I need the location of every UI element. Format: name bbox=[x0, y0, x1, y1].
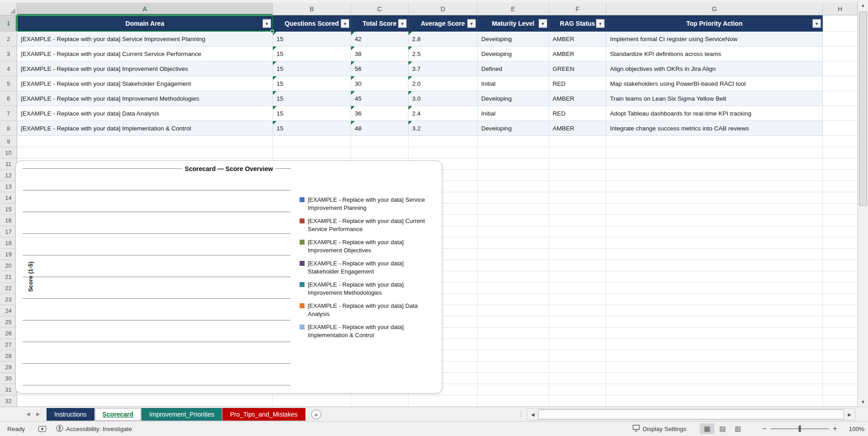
empty-cell[interactable] bbox=[17, 395, 273, 407]
row-header-29[interactable]: 29 bbox=[0, 362, 17, 373]
empty-cell[interactable] bbox=[823, 76, 858, 91]
empty-cell[interactable] bbox=[549, 271, 606, 283]
empty-cell[interactable] bbox=[478, 147, 549, 158]
cell-E6[interactable]: Developing bbox=[478, 91, 549, 106]
empty-cell[interactable] bbox=[606, 204, 823, 215]
macro-record-icon[interactable] bbox=[38, 426, 46, 432]
empty-cell[interactable] bbox=[478, 362, 549, 373]
row-header-3[interactable]: 3 bbox=[0, 46, 17, 61]
row-header-27[interactable]: 27 bbox=[0, 339, 17, 350]
cell-G8[interactable]: Integrate change success metrics into CA… bbox=[606, 121, 823, 136]
row-header-9[interactable]: 9 bbox=[0, 136, 17, 147]
empty-cell[interactable] bbox=[549, 192, 606, 204]
filter-dropdown-icon[interactable]: ▼ bbox=[341, 19, 349, 28]
scroll-left-icon[interactable]: ◀ bbox=[527, 412, 538, 417]
empty-cell[interactable] bbox=[606, 181, 823, 192]
empty-cell[interactable] bbox=[823, 316, 858, 328]
empty-cell[interactable] bbox=[549, 181, 606, 192]
row-header-1[interactable]: 1 bbox=[0, 15, 17, 32]
filter-dropdown-icon[interactable]: ▼ bbox=[539, 19, 547, 28]
row-header-14[interactable]: 14 bbox=[0, 192, 17, 204]
empty-cell[interactable] bbox=[823, 283, 858, 294]
row-header-15[interactable]: 15 bbox=[0, 204, 17, 215]
row-header-22[interactable]: 22 bbox=[0, 283, 17, 294]
table-header-average-score[interactable]: Average Score▼ bbox=[408, 15, 478, 32]
row-header-26[interactable]: 26 bbox=[0, 328, 17, 339]
scroll-right-icon[interactable]: ▶ bbox=[844, 412, 855, 417]
row-header-23[interactable]: 23 bbox=[0, 294, 17, 305]
empty-cell[interactable] bbox=[478, 271, 549, 283]
empty-cell[interactable] bbox=[549, 294, 606, 305]
empty-cell[interactable] bbox=[478, 350, 549, 362]
new-sheet-button[interactable]: + bbox=[311, 409, 321, 419]
empty-cell[interactable] bbox=[606, 283, 823, 294]
empty-cell[interactable] bbox=[549, 384, 606, 395]
empty-cell[interactable] bbox=[478, 181, 549, 192]
empty-cell[interactable] bbox=[549, 328, 606, 339]
horizontal-scrollbar[interactable]: ◀ ▶ bbox=[527, 408, 855, 420]
empty-cell[interactable] bbox=[823, 294, 858, 305]
empty-cell[interactable] bbox=[478, 204, 549, 215]
normal-view-icon[interactable]: ▦ bbox=[700, 423, 714, 434]
empty-cell[interactable] bbox=[606, 260, 823, 271]
cell-G6[interactable]: Train teams on Lean Six Sigma Yellow Bel… bbox=[606, 91, 823, 106]
empty-cell[interactable] bbox=[823, 170, 858, 181]
cell-A7[interactable]: [EXAMPLE - Replace with your data] Data … bbox=[17, 106, 273, 121]
embedded-chart[interactable]: Scorecard — Score Overview Score (1-5) [… bbox=[15, 160, 442, 394]
empty-cell[interactable] bbox=[823, 215, 858, 226]
tab-scroll-left-icon[interactable]: ◀ bbox=[26, 411, 30, 417]
filter-dropdown-icon[interactable]: ▼ bbox=[263, 19, 271, 28]
cell-B7[interactable]: 15 bbox=[273, 106, 351, 121]
empty-cell[interactable] bbox=[549, 158, 606, 170]
empty-cell[interactable] bbox=[549, 237, 606, 249]
table-header-total-score[interactable]: Total Score▼ bbox=[351, 15, 408, 32]
empty-cell[interactable] bbox=[478, 249, 549, 260]
scroll-down-icon[interactable]: ▼ bbox=[858, 397, 868, 407]
row-header-5[interactable]: 5 bbox=[0, 76, 17, 91]
page-break-view-icon[interactable]: ▥ bbox=[731, 423, 745, 434]
empty-cell[interactable] bbox=[823, 339, 858, 350]
cell-G5[interactable]: Map stakeholders using PowerBI-based RAC… bbox=[606, 76, 823, 91]
empty-cell[interactable] bbox=[606, 328, 823, 339]
column-header-F[interactable]: F bbox=[549, 3, 606, 15]
empty-cell[interactable] bbox=[408, 395, 478, 407]
cell-E8[interactable]: Developing bbox=[478, 121, 549, 136]
empty-cell[interactable] bbox=[823, 192, 858, 204]
empty-cell[interactable] bbox=[823, 32, 858, 46]
cell-G2[interactable]: Implement formal CI register using Servi… bbox=[606, 32, 823, 46]
empty-cell[interactable] bbox=[549, 170, 606, 181]
empty-cell[interactable] bbox=[606, 170, 823, 181]
vertical-scrollbar[interactable]: ▲ ▼ bbox=[858, 0, 868, 407]
empty-cell[interactable] bbox=[606, 158, 823, 170]
empty-cell[interactable] bbox=[478, 328, 549, 339]
zoom-slider[interactable] bbox=[770, 423, 829, 434]
cell-C5[interactable]: 30 bbox=[351, 76, 408, 91]
sheet-tab-instructions[interactable]: Instructions bbox=[47, 408, 94, 421]
empty-cell[interactable] bbox=[478, 395, 549, 407]
empty-cell[interactable] bbox=[823, 305, 858, 316]
empty-cell[interactable] bbox=[478, 339, 549, 350]
empty-cell[interactable] bbox=[478, 170, 549, 181]
empty-cell[interactable] bbox=[408, 147, 478, 158]
cell-F3[interactable]: AMBER bbox=[549, 46, 606, 61]
cell-C4[interactable]: 56 bbox=[351, 61, 408, 76]
empty-cell[interactable] bbox=[823, 61, 858, 76]
cell-F8[interactable]: AMBER bbox=[549, 121, 606, 136]
empty-cell[interactable] bbox=[478, 294, 549, 305]
column-header-C[interactable]: C bbox=[351, 3, 408, 15]
row-header-21[interactable]: 21 bbox=[0, 271, 17, 283]
empty-cell[interactable] bbox=[823, 350, 858, 362]
column-header-A[interactable]: A bbox=[17, 3, 273, 15]
zoom-level-label[interactable]: 100% bbox=[843, 426, 864, 432]
row-header-12[interactable]: 12 bbox=[0, 170, 17, 181]
cell-F4[interactable]: GREEN bbox=[549, 61, 606, 76]
cell-B3[interactable]: 15 bbox=[273, 46, 351, 61]
empty-cell[interactable] bbox=[549, 215, 606, 226]
row-header-11[interactable]: 11 bbox=[0, 158, 17, 170]
empty-cell[interactable] bbox=[478, 260, 549, 271]
empty-cell[interactable] bbox=[823, 328, 858, 339]
zoom-in-button[interactable]: + bbox=[831, 425, 839, 433]
cell-D2[interactable]: 2.8 bbox=[408, 32, 478, 46]
empty-cell[interactable] bbox=[478, 136, 549, 147]
empty-cell[interactable] bbox=[351, 147, 408, 158]
